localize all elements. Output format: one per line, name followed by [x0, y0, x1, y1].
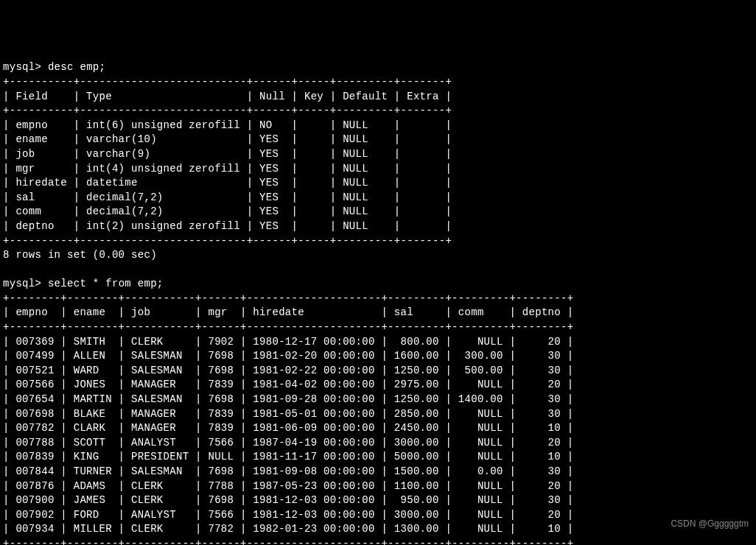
command-select: select * from emp;	[48, 278, 164, 289]
desc-row: | job | varchar(9) | YES | | NULL | |	[3, 148, 452, 160]
select-sep-top: +--------+--------+-----------+------+--…	[3, 292, 573, 304]
desc-row: | comm | decimal(7,2) | YES | | NULL | |	[3, 205, 452, 217]
desc-row: | deptno | int(2) unsigned zerofill | YE…	[3, 220, 452, 232]
table-row: | 007839 | KING | PRESIDENT | NULL | 198…	[3, 451, 573, 463]
desc-summary: 8 rows in set (0.00 sec)	[3, 249, 157, 261]
desc-row: | empno | int(6) unsigned zerofill | NO …	[3, 119, 452, 131]
desc-sep-bot: +----------+--------------------------+-…	[3, 235, 452, 247]
watermark: CSDN @Ggggggtm	[671, 518, 749, 530]
table-row: | 007698 | BLAKE | MANAGER | 7839 | 1981…	[3, 408, 573, 420]
table-row: | 007521 | WARD | SALESMAN | 7698 | 1981…	[3, 365, 573, 376]
desc-row: | mgr | int(4) unsigned zerofill | YES |…	[3, 163, 452, 175]
desc-header: | Field | Type | Null | Key | Default | …	[3, 91, 452, 102]
select-header: | empno | ename | job | mgr | hiredate |…	[3, 306, 573, 318]
table-row: | 007782 | CLARK | MANAGER | 7839 | 1981…	[3, 422, 573, 434]
select-sep-mid: +--------+--------+-----------+------+--…	[3, 321, 573, 333]
table-row: | 007654 | MARTIN | SALESMAN | 7698 | 19…	[3, 393, 573, 405]
table-row: | 007369 | SMITH | CLERK | 7902 | 1980-1…	[3, 336, 573, 348]
table-row: | 007876 | ADAMS | CLERK | 7788 | 1987-0…	[3, 480, 573, 492]
desc-row: | ename | varchar(10) | YES | | NULL | |	[3, 133, 452, 145]
desc-row: | sal | decimal(7,2) | YES | | NULL | |	[3, 191, 452, 203]
desc-sep-mid: +----------+--------------------------+-…	[3, 105, 452, 116]
table-row: | 007844 | TURNER | SALESMAN | 7698 | 19…	[3, 465, 573, 477]
desc-row: | hiredate | datetime | YES | | NULL | |	[3, 177, 452, 189]
table-row: | 007900 | JAMES | CLERK | 7698 | 1981-1…	[3, 494, 573, 506]
terminal-output: mysql> desc emp; +----------+-----------…	[3, 60, 753, 545]
mysql-prompt: mysql>	[3, 61, 41, 73]
desc-sep-top: +----------+--------------------------+-…	[3, 76, 452, 88]
table-row: | 007788 | SCOTT | ANALYST | 7566 | 1987…	[3, 437, 573, 449]
command-desc: desc emp;	[48, 61, 105, 73]
table-row: | 007902 | FORD | ANALYST | 7566 | 1981-…	[3, 509, 573, 521]
select-sep-bot: +--------+--------+-----------+------+--…	[3, 538, 573, 545]
mysql-prompt: mysql>	[3, 278, 41, 289]
table-row: | 007566 | JONES | MANAGER | 7839 | 1981…	[3, 379, 573, 390]
table-row: | 007934 | MILLER | CLERK | 7782 | 1982-…	[3, 523, 573, 535]
table-row: | 007499 | ALLEN | SALESMAN | 7698 | 198…	[3, 350, 573, 362]
